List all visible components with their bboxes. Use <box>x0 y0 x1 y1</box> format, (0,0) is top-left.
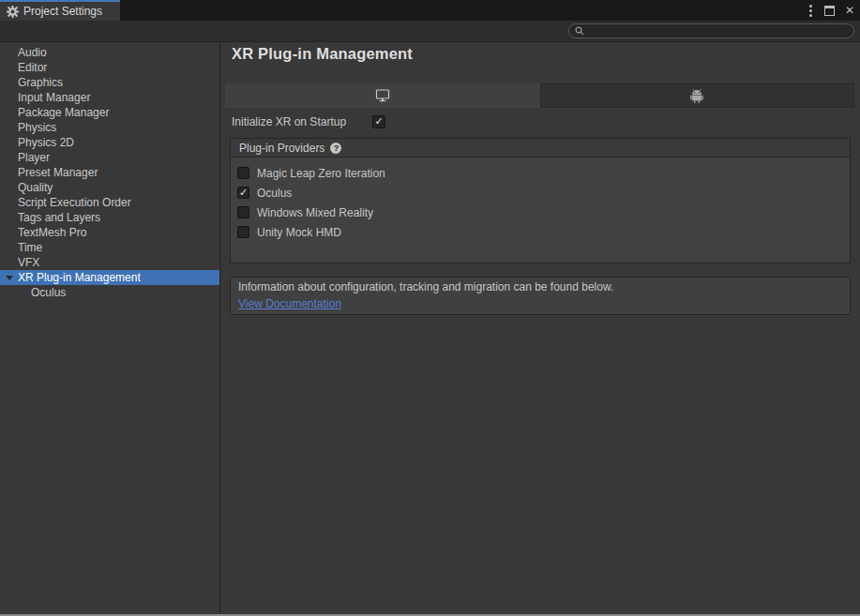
sidebar-item-player[interactable]: Player <box>0 150 219 165</box>
documentation-info-box: Information about configuration, trackin… <box>230 277 851 315</box>
xr-plugin-management-panel: XR Plug-in Management <box>220 42 860 614</box>
provider-checkbox-oculus[interactable]: ✓ <box>237 187 249 199</box>
window-tab-title: Project Settings <box>23 5 102 18</box>
sidebar-item-oculus[interactable]: Oculus <box>0 285 219 300</box>
sidebar-item-physics[interactable]: Physics <box>0 120 219 135</box>
search-icon <box>575 26 584 36</box>
sidebar-item-label: Quality <box>18 181 53 194</box>
sidebar-item-script-execution-order[interactable]: Script Execution Order <box>0 195 219 210</box>
sidebar-item-vfx[interactable]: VFX <box>0 255 219 270</box>
sidebar-item-time[interactable]: Time <box>0 240 219 255</box>
window-menu-icon[interactable] <box>807 3 814 19</box>
checkmark-icon: ✓ <box>239 188 248 198</box>
sidebar-item-label: Physics <box>18 121 56 134</box>
initialize-xr-checkbox[interactable]: ✓ <box>372 115 385 128</box>
provider-checkbox-magic-leap[interactable] <box>237 167 249 179</box>
sidebar-item-label: Tags and Layers <box>18 211 100 224</box>
tab-desktop[interactable] <box>225 83 540 108</box>
sidebar-item-quality[interactable]: Quality <box>0 180 219 195</box>
sidebar-item-graphics[interactable]: Graphics <box>0 75 219 90</box>
sidebar-item-label: Oculus <box>31 286 66 299</box>
initialize-xr-row: Initialize XR on Startup ✓ <box>232 113 385 129</box>
plugin-providers-box: Plug-in Providers ? Magic Leap Zero Iter… <box>230 138 851 263</box>
view-documentation-link[interactable]: View Documentation <box>238 297 341 310</box>
sidebar-item-label: Package Manager <box>18 106 109 119</box>
sidebar-item-label: Time <box>18 241 42 254</box>
provider-label: Magic Leap Zero Iteration <box>257 167 385 180</box>
sidebar-item-audio[interactable]: Audio <box>0 45 219 60</box>
search-field[interactable] <box>568 23 854 38</box>
help-icon[interactable]: ? <box>330 143 341 154</box>
sidebar-item-label: Input Manager <box>18 91 90 104</box>
plugin-providers-title: Plug-in Providers <box>239 142 324 155</box>
settings-category-list: Audio Editor Graphics Input Manager Pack… <box>0 42 219 614</box>
sidebar-item-xr-plugin-management[interactable]: XR Plug-in Management <box>0 270 219 285</box>
sidebar-item-label: Editor <box>18 61 47 74</box>
toolbar <box>0 21 860 42</box>
sidebar-item-package-manager[interactable]: Package Manager <box>0 105 219 120</box>
checkmark-icon: ✓ <box>374 116 383 127</box>
desktop-monitor-icon <box>375 89 390 102</box>
sidebar-item-preset-manager[interactable]: Preset Manager <box>0 165 219 180</box>
foldout-arrow-icon[interactable] <box>6 276 13 280</box>
sidebar-item-label: Preset Manager <box>18 166 98 179</box>
sidebar-item-label: Graphics <box>18 76 63 89</box>
android-icon <box>690 89 703 103</box>
sidebar-item-input-manager[interactable]: Input Manager <box>0 90 219 105</box>
search-input[interactable] <box>588 25 848 37</box>
page-title: XR Plug-in Management <box>232 45 413 63</box>
plugin-providers-list: Magic Leap Zero Iteration ✓ Oculus Windo… <box>231 158 850 242</box>
sidebar-item-label: VFX <box>18 256 39 269</box>
title-bar: Project Settings ✕ <box>0 0 860 21</box>
provider-row-windows-mixed-reality: Windows Mixed Reality <box>231 203 850 222</box>
platform-tabbar <box>225 83 854 108</box>
sidebar-item-label: Physics 2D <box>18 136 74 149</box>
provider-label: Unity Mock HMD <box>257 226 341 239</box>
sidebar-item-label: XR Plug-in Management <box>18 271 141 284</box>
provider-row-oculus: ✓ Oculus <box>231 183 850 203</box>
sidebar-item-textmesh-pro[interactable]: TextMesh Pro <box>0 225 219 240</box>
provider-label: Oculus <box>257 187 292 200</box>
sidebar-item-tags-and-layers[interactable]: Tags and Layers <box>0 210 219 225</box>
sidebar-item-physics-2d[interactable]: Physics 2D <box>0 135 219 150</box>
info-text: Information about configuration, trackin… <box>238 280 842 293</box>
sidebar-item-label: Audio <box>18 46 47 59</box>
sidebar-item-editor[interactable]: Editor <box>0 60 219 75</box>
close-icon[interactable]: ✕ <box>845 5 854 16</box>
provider-label: Windows Mixed Reality <box>257 206 373 219</box>
plugin-providers-header: Plug-in Providers ? <box>231 139 850 158</box>
gear-icon <box>7 6 19 18</box>
provider-row-unity-mock-hmd: Unity Mock HMD <box>231 222 850 242</box>
maximize-icon[interactable] <box>824 6 835 16</box>
sidebar-item-label: Script Execution Order <box>18 196 131 209</box>
tab-android[interactable] <box>540 83 855 108</box>
project-settings-tab[interactable]: Project Settings <box>0 0 120 21</box>
provider-checkbox-windows-mixed-reality[interactable] <box>237 206 249 218</box>
provider-checkbox-unity-mock-hmd[interactable] <box>237 226 249 238</box>
provider-row-magic-leap: Magic Leap Zero Iteration <box>231 163 850 183</box>
window-controls: ✕ <box>807 0 854 21</box>
initialize-xr-label: Initialize XR on Startup <box>232 115 372 128</box>
sidebar-item-label: Player <box>18 151 50 164</box>
sidebar-item-label: TextMesh Pro <box>18 226 86 239</box>
